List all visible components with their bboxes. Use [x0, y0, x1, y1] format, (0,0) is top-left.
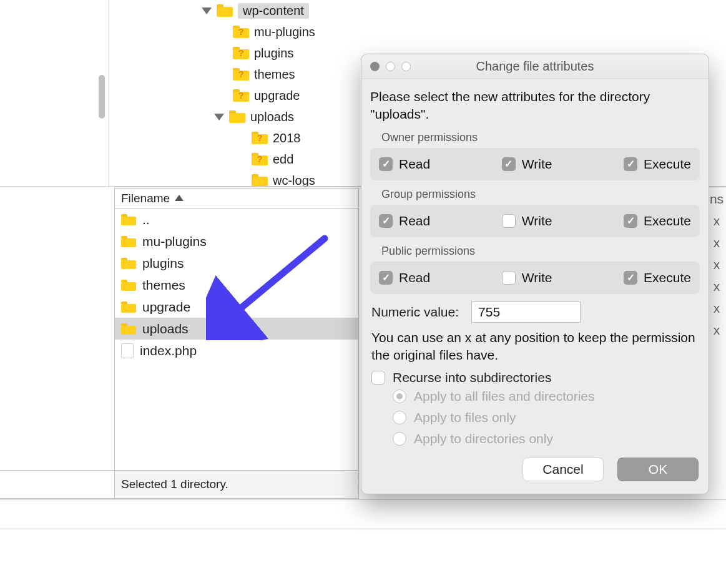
folder-icon — [121, 323, 136, 335]
tree-label: edd — [273, 152, 293, 167]
folder-unknown-icon — [233, 68, 249, 81]
file-name: index.php — [140, 343, 197, 358]
right-column-fragment: ns x x x x x x — [707, 188, 726, 341]
recurse-checkbox[interactable] — [371, 371, 385, 385]
recurse-options: Apply to all files and directories Apply… — [393, 389, 700, 446]
tree-label: plugins — [254, 46, 293, 61]
folder-icon — [217, 4, 233, 17]
file-list-header[interactable]: Filename — [115, 189, 358, 208]
group-title: Owner permissions — [370, 129, 700, 148]
status-text: Selected 1 directory. — [121, 478, 228, 491]
tree-label: themes — [254, 67, 295, 82]
file-icon — [121, 343, 134, 358]
file-name: upgrade — [142, 300, 190, 315]
folder-unknown-icon — [252, 153, 268, 165]
public-execute-checkbox[interactable]: Execute — [624, 270, 691, 285]
owner-execute-checkbox[interactable]: Execute — [624, 157, 691, 172]
list-item-uploads[interactable]: uploads — [115, 318, 358, 340]
folder-icon — [121, 236, 136, 247]
owner-read-checkbox[interactable]: Read — [379, 157, 430, 172]
radio-icon — [393, 432, 406, 446]
recurse-label: Recurse into subdirectories — [393, 370, 551, 385]
file-name: .. — [142, 212, 150, 227]
sort-asc-icon — [175, 195, 184, 201]
public-permissions-group: Public permissions Read Write Execute — [370, 242, 700, 294]
group-execute-checkbox[interactable]: Execute — [624, 213, 691, 228]
file-name: uploads — [142, 321, 189, 336]
list-item[interactable]: upgrade — [115, 296, 358, 318]
public-write-checkbox[interactable]: Write — [502, 270, 552, 285]
col-hint: ns — [707, 188, 726, 210]
tree-node-wp-content[interactable]: wp-content — [202, 0, 726, 21]
tree-label: wp-content — [238, 3, 309, 19]
list-item[interactable]: plugins — [115, 252, 358, 274]
file-name: mu-plugins — [142, 234, 207, 249]
folder-icon — [121, 301, 136, 313]
divider — [0, 499, 726, 529]
public-read-checkbox[interactable]: Read — [379, 270, 430, 285]
folder-unknown-icon — [233, 47, 249, 59]
numeric-value-input[interactable] — [471, 301, 581, 323]
folder-unknown-icon — [233, 89, 249, 102]
list-item[interactable]: .. — [115, 208, 358, 230]
list-item[interactable]: themes — [115, 274, 358, 296]
group-permissions-group: Group permissions Read Write Execute — [370, 185, 700, 237]
file-list-panel: Filename .. mu-plugins plugins themes up… — [114, 188, 359, 499]
numeric-hint: You can use an x at any position to keep… — [371, 329, 699, 365]
radio-apply-files: Apply to files only — [393, 410, 700, 425]
radio-apply-all: Apply to all files and directories — [393, 389, 700, 404]
group-title: Group permissions — [370, 185, 700, 205]
tree-label: 2018 — [273, 131, 301, 145]
file-name: plugins — [142, 256, 184, 271]
radio-icon — [393, 390, 406, 403]
group-write-checkbox[interactable]: Write — [502, 213, 552, 228]
tree-node-mu-plugins[interactable]: mu-plugins — [233, 21, 726, 42]
file-name: themes — [142, 278, 185, 293]
dialog-intro: Please select the new attributes for the… — [370, 88, 700, 124]
column-filename[interactable]: Filename — [121, 192, 170, 205]
ok-button[interactable]: OK — [617, 458, 699, 481]
folder-icon — [252, 174, 268, 187]
chevron-down-icon[interactable] — [202, 7, 212, 14]
numeric-value-label: Numeric value: — [371, 305, 459, 320]
folder-unknown-icon — [252, 132, 268, 144]
tree-label: upgrade — [254, 89, 300, 103]
left-panel — [0, 0, 109, 187]
status-bar: Selected 1 directory. — [114, 470, 359, 499]
cancel-button[interactable]: Cancel — [522, 458, 604, 481]
scrollbar-thumb[interactable] — [99, 75, 105, 119]
group-read-checkbox[interactable]: Read — [379, 213, 430, 228]
dialog-title: Change file attributes — [361, 59, 709, 74]
folder-icon — [121, 280, 136, 291]
change-file-attributes-dialog: Change file attributes Please select the… — [361, 54, 709, 494]
list-item[interactable]: mu-plugins — [115, 230, 358, 252]
owner-write-checkbox[interactable]: Write — [502, 157, 552, 172]
radio-apply-dirs: Apply to directories only — [393, 431, 700, 446]
owner-permissions-group: Owner permissions Read Write Execute — [370, 129, 700, 180]
tree-label: uploads — [250, 110, 294, 124]
group-title: Public permissions — [370, 242, 700, 262]
chevron-down-icon[interactable] — [214, 114, 224, 120]
radio-icon — [393, 411, 406, 424]
dialog-titlebar[interactable]: Change file attributes — [361, 54, 709, 79]
folder-unknown-icon — [233, 26, 249, 38]
folder-icon — [121, 214, 136, 225]
folder-icon — [229, 110, 245, 123]
tree-label: mu-plugins — [254, 25, 315, 39]
list-item[interactable]: index.php — [115, 340, 358, 361]
folder-icon — [121, 258, 136, 269]
